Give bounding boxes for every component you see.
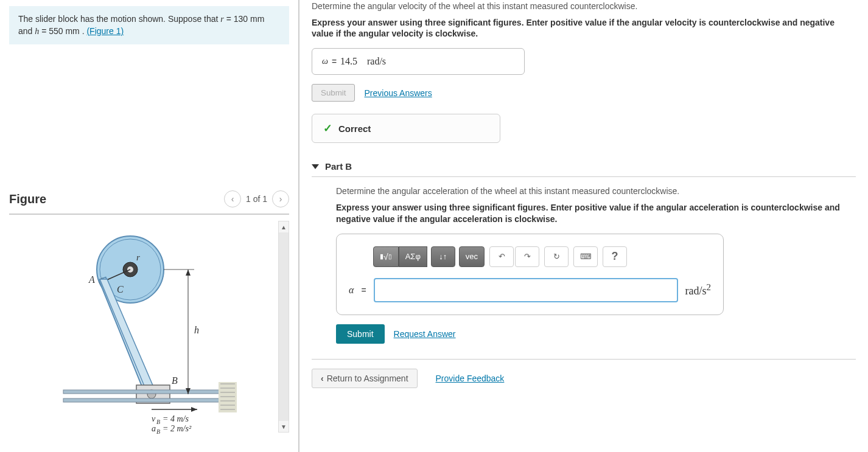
collapse-icon[interactable]	[312, 164, 319, 169]
request-answer-link[interactable]: Request Answer	[394, 329, 456, 339]
svg-text:r: r	[136, 252, 140, 262]
alpha-var: α	[349, 285, 354, 296]
partB-instruction: Express your answer using three signific…	[336, 202, 856, 224]
svg-marker-25	[186, 269, 191, 276]
previous-answers-link[interactable]: Previous Answers	[364, 88, 432, 98]
figure-diagram: r A C B	[9, 221, 275, 433]
scroll-track[interactable]	[279, 232, 289, 421]
partB-question: Determine the angular acceleration of th…	[336, 186, 856, 196]
eq-sign: =	[332, 57, 337, 66]
figure-scrollbar[interactable]: ▲ ▼	[278, 221, 289, 433]
vec-button[interactable]: vec	[459, 246, 485, 267]
svg-rect-16	[219, 382, 237, 412]
provide-feedback-link[interactable]: Provide Feedback	[436, 374, 505, 383]
partB-input-widget: ▮√▯ ΑΣφ ↓↑ vec ↶ ↷ ↻ ⌨ ? α = rad/s2	[336, 234, 724, 315]
redo-button[interactable]: ↷	[515, 246, 539, 267]
svg-text:= 2 m/s²: = 2 m/s²	[163, 424, 192, 433]
svg-rect-15	[63, 398, 234, 402]
templates-button[interactable]: ▮√▯	[373, 246, 399, 267]
eq-sign-b: =	[361, 285, 366, 295]
svg-rect-14	[63, 390, 234, 394]
partB-submit-button[interactable]: Submit	[336, 324, 385, 344]
prev-figure-button[interactable]: ‹	[224, 190, 241, 207]
svg-text:h: h	[194, 325, 199, 335]
undo-button[interactable]: ↶	[489, 246, 514, 267]
help-button[interactable]: ?	[603, 246, 627, 267]
checkmark-icon: ✓	[323, 122, 332, 135]
figure-counter: 1 of 1	[246, 194, 267, 204]
scroll-down-icon[interactable]: ▼	[279, 421, 289, 432]
chevron-left-icon: ‹	[321, 374, 324, 383]
reset-button[interactable]: ↻	[544, 246, 569, 267]
partA-answer-box: ω = 14.5 rad/s	[312, 48, 525, 75]
partA-answer-value: 14.5	[340, 56, 357, 67]
svg-text:= 4 m/s: = 4 m/s	[163, 414, 189, 423]
partA-question: Determine the angular velocity of the wh…	[312, 1, 856, 11]
keyboard-button[interactable]: ⌨	[573, 246, 598, 267]
next-figure-button[interactable]: ›	[272, 190, 289, 207]
omega-var: ω	[322, 57, 328, 66]
problem-text: The slider block has the motion shown. S…	[18, 14, 220, 24]
svg-text:v: v	[152, 414, 156, 423]
subscript-button[interactable]: ↓↑	[431, 246, 455, 267]
return-label: Return to Assignment	[327, 374, 408, 383]
correct-text: Correct	[338, 123, 371, 134]
val-r: = 130 mm	[224, 14, 265, 24]
partA-unit: rad/s	[367, 56, 386, 67]
and: and	[18, 26, 35, 36]
partB-title: Part B	[325, 161, 352, 172]
svg-text:B: B	[172, 375, 178, 386]
figure-title: Figure	[9, 192, 46, 206]
partB-unit: rad/s2	[685, 282, 712, 297]
svg-text:a: a	[152, 424, 156, 433]
scroll-up-icon[interactable]: ▲	[279, 221, 289, 232]
return-button[interactable]: ‹ Return to Assignment	[312, 369, 418, 388]
svg-text:B: B	[156, 428, 160, 434]
svg-text:B: B	[156, 419, 160, 425]
equation-toolbar: ▮√▯ ΑΣφ ↓↑ vec ↶ ↷ ↻ ⌨ ?	[373, 246, 711, 267]
svg-text:C: C	[117, 284, 124, 294]
svg-text:A: A	[88, 274, 95, 285]
figure-nav: ‹ 1 of 1 ›	[224, 190, 289, 207]
svg-marker-30	[191, 407, 197, 412]
greek-button[interactable]: ΑΣφ	[399, 246, 427, 267]
correct-feedback: ✓ Correct	[312, 114, 500, 143]
val-h: = 550 mm .	[39, 26, 86, 36]
problem-statement: The slider block has the motion shown. S…	[9, 6, 289, 44]
partB-answer-input[interactable]	[374, 278, 678, 302]
figure-link[interactable]: (Figure 1)	[86, 26, 124, 36]
partB-header[interactable]: Part B	[312, 161, 856, 177]
partA-submit-button: Submit	[312, 84, 355, 102]
partA-instruction: Express your answer using three signific…	[312, 17, 856, 39]
